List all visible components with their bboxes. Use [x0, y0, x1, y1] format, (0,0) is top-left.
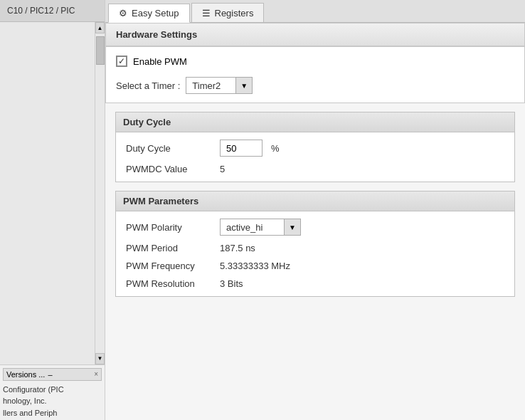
polarity-select[interactable]: active_hi ▼ — [220, 219, 301, 236]
pwm-resolution-label: PWM Resolution — [126, 278, 211, 289]
sidebar-line1: Configurator (PIC — [3, 384, 102, 396]
duty-cycle-input[interactable] — [220, 140, 262, 157]
tab-registers[interactable]: ☰ Registers — [191, 3, 265, 22]
pwmdc-value: 5 — [220, 164, 225, 174]
versions-label: Versions ... — [6, 370, 45, 379]
hardware-settings-header: Hardware Settings — [105, 23, 525, 46]
pwm-frequency-label: PWM Frequency — [126, 261, 211, 271]
pwm-resolution-value: 3 Bits — [220, 278, 243, 289]
sidebar-line2: hnology, Inc. — [3, 395, 102, 407]
sidebar-line3: llers and Periph — [3, 407, 102, 419]
enable-pwm-checkbox[interactable]: ✓ — [116, 56, 127, 67]
tab-registers-label: Registers — [215, 8, 254, 19]
pwm-frequency-row: PWM Frequency 5.33333333 MHz — [126, 261, 504, 271]
registers-icon: ☰ — [202, 8, 211, 19]
sidebar-scroll-area: ▲ ▼ — [0, 22, 105, 364]
pwm-parameters-panel: PWM Parameters PWM Polarity active_hi ▼ … — [115, 191, 515, 297]
pwmdc-row: PWMDC Value 5 — [126, 164, 504, 174]
scroll-arrow-up[interactable]: ▲ — [95, 22, 105, 33]
sidebar: C10 / PIC12 / PIC ▲ ▼ Versions ... – × C… — [0, 0, 105, 420]
duty-cycle-label: Duty Cycle — [126, 143, 211, 154]
pwm-resolution-row: PWM Resolution 3 Bits — [126, 278, 504, 289]
sidebar-top-label: C10 / PIC12 / PIC — [0, 0, 105, 22]
sidebar-text-block: Configurator (PIC hnology, Inc. llers an… — [3, 384, 102, 419]
scroll-thumb — [96, 36, 105, 65]
hardware-settings-body: ✓ Enable PWM Select a Timer : Timer2 ▼ — [105, 46, 525, 103]
gear-icon: ⚙ — [119, 8, 127, 19]
enable-pwm-row: ✓ Enable PWM — [116, 56, 514, 67]
versions-bar: Versions ... – × — [3, 368, 102, 381]
select-timer-label: Select a Timer : — [116, 80, 180, 91]
pwm-period-label: PWM Period — [126, 243, 211, 253]
main-content: ⚙ Easy Setup ☰ Registers Hardware Settin… — [105, 0, 525, 420]
duty-cycle-unit: % — [271, 143, 280, 154]
duty-cycle-panel-header: Duty Cycle — [116, 112, 514, 132]
versions-close[interactable]: × — [94, 370, 98, 378]
scroll-arrow-down[interactable]: ▼ — [95, 353, 105, 364]
pwm-polarity-row: PWM Polarity active_hi ▼ — [126, 219, 504, 236]
pwm-frequency-value: 5.33333333 MHz — [220, 261, 290, 271]
pwm-parameters-panel-header: PWM Parameters — [116, 191, 514, 211]
timer-select-value: Timer2 — [186, 78, 236, 93]
content-area: Hardware Settings ✓ Enable PWM Select a … — [105, 23, 525, 420]
enable-pwm-label: Enable PWM — [133, 56, 187, 67]
tab-easy-setup[interactable]: ⚙ Easy Setup — [108, 4, 190, 23]
polarity-select-value: active_hi — [221, 219, 285, 235]
duty-cycle-panel-body: Duty Cycle % PWMDC Value 5 — [116, 132, 514, 182]
timer-select-arrow[interactable]: ▼ — [236, 78, 252, 93]
chevron-down-icon: ▼ — [240, 82, 248, 90]
chevron-down-icon-polarity: ▼ — [289, 224, 296, 231]
timer-row: Select a Timer : Timer2 ▼ — [116, 77, 514, 94]
sidebar-versions-section: Versions ... – × Configurator (PIC hnolo… — [0, 364, 105, 421]
duty-cycle-panel: Duty Cycle Duty Cycle % PWMDC Value 5 — [115, 112, 515, 182]
pwm-period-value: 187.5 ns — [220, 243, 255, 253]
checkmark-icon: ✓ — [118, 57, 125, 65]
timer-select[interactable]: Timer2 ▼ — [186, 77, 253, 94]
polarity-select-arrow[interactable]: ▼ — [285, 219, 300, 235]
tab-bar: ⚙ Easy Setup ☰ Registers — [105, 0, 525, 23]
pwm-period-row: PWM Period 187.5 ns — [126, 243, 504, 253]
scroll-track — [95, 33, 105, 353]
duty-cycle-row: Duty Cycle % — [126, 140, 504, 157]
pwmdc-label: PWMDC Value — [126, 164, 211, 174]
sidebar-main-scrollbar[interactable]: ▲ ▼ — [95, 22, 105, 364]
pwm-polarity-label: PWM Polarity — [126, 222, 211, 233]
pwm-parameters-panel-body: PWM Polarity active_hi ▼ PWM Period 187.… — [116, 211, 514, 296]
versions-minimize[interactable]: – — [48, 370, 52, 379]
tab-easy-setup-label: Easy Setup — [132, 8, 179, 19]
